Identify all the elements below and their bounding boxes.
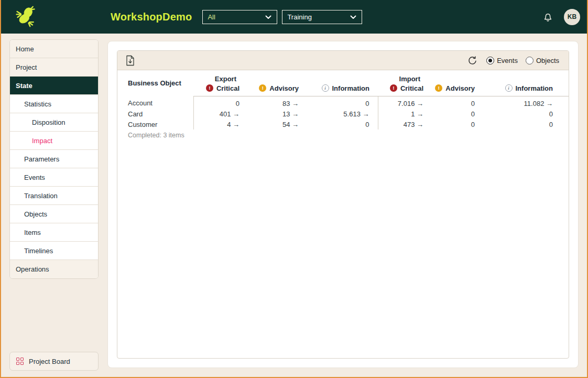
metric-cell: 0 bbox=[432, 109, 483, 119]
toolbar-right-cluster: Events Objects bbox=[466, 55, 559, 67]
critical-icon: ! bbox=[390, 84, 397, 92]
sidebar-item-operations[interactable]: Operations bbox=[10, 260, 98, 278]
sidebar-item-translation[interactable]: Translation bbox=[10, 187, 98, 205]
sidebar-item-events[interactable]: Events bbox=[10, 168, 98, 187]
scope-select-value: All bbox=[208, 13, 215, 21]
sidebar-nav: Home Project State Statistics Dispositio… bbox=[9, 39, 99, 279]
metric-cell: 0 bbox=[483, 109, 569, 119]
radio-objects-label: Objects bbox=[536, 57, 559, 64]
metric-link-cell[interactable]: 13 → bbox=[248, 109, 307, 119]
metric-cell: 0 bbox=[432, 119, 483, 129]
project-board-label: Project Board bbox=[29, 358, 70, 365]
mode-select[interactable]: Training bbox=[282, 10, 362, 24]
sidebar-item-timelines[interactable]: Timelines bbox=[10, 242, 98, 260]
metric-link-cell[interactable]: 7.016 → bbox=[378, 96, 432, 109]
sidebar-item-impact[interactable]: Impact bbox=[10, 132, 98, 150]
information-icon: i bbox=[322, 84, 329, 92]
critical-icon: ! bbox=[206, 84, 213, 92]
radio-objects-circle bbox=[526, 57, 533, 64]
sidebar-item-parameters[interactable]: Parameters bbox=[10, 150, 98, 168]
sidebar-item-items[interactable]: Items bbox=[10, 223, 98, 242]
metric-cell: 0 bbox=[432, 96, 483, 109]
business-object-name: Account bbox=[117, 96, 193, 109]
import-advisory-header: !Advisory bbox=[432, 83, 483, 96]
refresh-icon[interactable] bbox=[466, 55, 478, 67]
metric-cell: 0 bbox=[483, 119, 569, 129]
impact-panel: Events Objects Business bbox=[117, 50, 569, 359]
advisory-icon: ! bbox=[259, 84, 266, 92]
sidebar-item-home[interactable]: Home bbox=[10, 40, 98, 58]
main-panel: Events Objects Business bbox=[107, 41, 579, 368]
metric-cell: 0 bbox=[307, 119, 378, 129]
frog-logo-icon bbox=[15, 5, 38, 29]
metric-link-cell[interactable]: 4 → bbox=[193, 119, 248, 129]
business-object-header: Business Object bbox=[117, 70, 193, 96]
top-bar: WorkshopDemo All Training KB bbox=[1, 0, 587, 34]
advisory-icon: ! bbox=[435, 84, 442, 92]
scope-select[interactable]: All bbox=[202, 10, 277, 24]
table-row-customer: Customer 4 → 54 → 0 473 → 0 0 bbox=[117, 119, 569, 129]
export-file-download-icon[interactable] bbox=[125, 54, 136, 67]
left-column: Home Project State Statistics Dispositio… bbox=[9, 39, 99, 371]
metric-link-cell[interactable]: 54 → bbox=[248, 119, 307, 129]
impact-table: Business Object Export Import !Critical bbox=[117, 70, 569, 129]
import-information-header: iInformation bbox=[483, 83, 569, 96]
sidebar-item-project[interactable]: Project bbox=[10, 58, 98, 77]
radio-events-label: Events bbox=[497, 57, 518, 64]
sidebar-item-objects[interactable]: Objects bbox=[10, 205, 98, 223]
completed-status-text: Completed: 3 items bbox=[117, 129, 569, 139]
import-critical-header: !Critical bbox=[378, 83, 432, 96]
app-title: WorkshopDemo bbox=[111, 11, 192, 23]
business-object-name: Card bbox=[117, 109, 193, 119]
metric-link-cell[interactable]: 5.613 → bbox=[307, 109, 378, 119]
metric-cell: 0 bbox=[193, 96, 248, 109]
export-group-header: Export bbox=[193, 70, 248, 83]
export-critical-header: !Critical bbox=[193, 83, 248, 96]
sidebar-item-statistics[interactable]: Statistics bbox=[10, 95, 98, 113]
panel-toolbar: Events Objects bbox=[117, 51, 569, 70]
project-board-button[interactable]: Project Board bbox=[9, 352, 99, 371]
impact-table-area: Business Object Export Import !Critical bbox=[117, 70, 569, 358]
export-information-header: iInformation bbox=[307, 83, 378, 96]
sidebar-item-state[interactable]: State bbox=[10, 77, 98, 95]
metric-link-cell[interactable]: 1 → bbox=[378, 109, 432, 119]
export-advisory-header: !Advisory bbox=[248, 83, 307, 96]
metric-link-cell[interactable]: 83 → bbox=[248, 96, 307, 109]
metric-link-cell[interactable]: 473 → bbox=[378, 119, 432, 129]
table-row-card: Card 401 → 13 → 5.613 → 1 → 0 0 bbox=[117, 109, 569, 119]
grid-icon bbox=[16, 358, 24, 365]
notifications-bell-icon[interactable] bbox=[541, 10, 555, 24]
radio-objects[interactable]: Objects bbox=[526, 57, 559, 64]
information-icon: i bbox=[505, 84, 513, 92]
user-avatar[interactable]: KB bbox=[564, 9, 580, 25]
metric-cell: 0 bbox=[307, 96, 378, 109]
chevron-down-icon bbox=[350, 13, 356, 21]
radio-events-circle bbox=[486, 57, 494, 64]
business-object-name: Customer bbox=[117, 119, 193, 129]
mode-select-value: Training bbox=[287, 13, 311, 21]
table-group-header-row: Business Object Export Import bbox=[117, 70, 569, 83]
radio-events[interactable]: Events bbox=[486, 57, 518, 64]
import-group-header: Import bbox=[378, 70, 432, 83]
metric-link-cell[interactable]: 401 → bbox=[193, 109, 248, 119]
table-row-account: Account 0 83 → 0 7.016 → 0 11.082 → bbox=[117, 96, 569, 109]
metric-link-cell[interactable]: 11.082 → bbox=[483, 96, 569, 109]
content-area: Home Project State Statistics Dispositio… bbox=[1, 34, 587, 377]
chevron-down-icon bbox=[265, 13, 271, 21]
sidebar-item-disposition[interactable]: Disposition bbox=[10, 113, 98, 132]
